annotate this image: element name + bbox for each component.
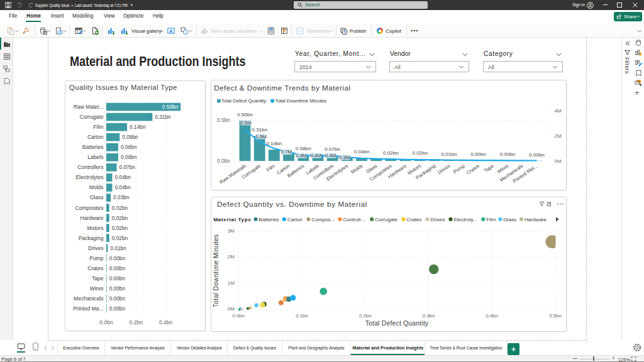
svg-text:Compos...: Compos... <box>311 217 335 222</box>
svg-text:0.7M: 0.7M <box>281 149 292 155</box>
svg-text:Quality Issues by Material Typ: Quality Issues by Material Type <box>69 84 177 91</box>
svg-text:Total Downtime Minutes: Total Downtime Minutes <box>213 234 219 307</box>
svg-text:0.5bn: 0.5bn <box>549 313 562 319</box>
svg-text:Wires: Wires <box>90 285 104 292</box>
svg-text:0.02bn: 0.02bn <box>112 225 128 231</box>
svg-text:0.02bn: 0.02bn <box>112 205 128 211</box>
svg-text:0.01bn: 0.01bn <box>441 151 457 157</box>
svg-text:Batteries: Batteries <box>286 163 305 178</box>
svg-text:Corrugate: Corrugate <box>80 114 104 120</box>
svg-text:0.14bn: 0.14bn <box>130 124 146 130</box>
svg-text:0.07bn: 0.07bn <box>119 164 136 170</box>
svg-text:0.08bn: 0.08bn <box>296 146 311 151</box>
svg-text:0.00bn: 0.00bn <box>500 151 516 157</box>
svg-text:Total Downtime Minutes: Total Downtime Minutes <box>275 98 327 104</box>
svg-text:Batteries: Batteries <box>82 144 104 150</box>
svg-text:0.01bn: 0.01bn <box>110 245 126 251</box>
svg-text:Packaging: Packaging <box>79 235 104 241</box>
svg-text:A: A <box>169 28 173 34</box>
svg-text:Printed Ma...: Printed Ma... <box>73 305 103 312</box>
svg-text:Raw Mater...: Raw Mater... <box>74 104 104 110</box>
svg-text:Motors: Motors <box>87 225 103 231</box>
svg-text:2M: 2M <box>228 254 235 260</box>
svg-text:0M: 0M <box>554 158 562 164</box>
svg-text:0.03bn: 0.03bn <box>113 194 130 200</box>
svg-text:Film: Film <box>486 217 496 222</box>
svg-text:Pump: Pump <box>452 163 466 175</box>
svg-text:DAX: DAX <box>5 82 10 85</box>
svg-text:Electroly...: Electroly... <box>453 217 477 222</box>
svg-text:Composites: Composites <box>75 205 103 211</box>
svg-text:Molds: Molds <box>89 184 104 190</box>
svg-text:Electrolytes: Electrolytes <box>75 174 103 180</box>
svg-text:0.04bn: 0.04bn <box>114 184 131 190</box>
svg-text:Material Type: Material Type <box>213 217 251 222</box>
svg-text:0.4M: 0.4M <box>325 153 336 158</box>
svg-text:Film: Film <box>265 163 276 173</box>
svg-text:0.1bn: 0.1bn <box>296 313 308 319</box>
svg-text:0.02bn: 0.02bn <box>112 215 128 221</box>
svg-text:0.09bn: 0.09bn <box>122 134 138 140</box>
svg-text:0.00bn: 0.00bn <box>109 295 126 302</box>
svg-text:2M: 2M <box>554 133 562 139</box>
svg-text:Crates: Crates <box>465 163 480 175</box>
svg-text:0.08bn: 0.08bn <box>121 154 137 160</box>
svg-text:0.4bn: 0.4bn <box>486 313 498 319</box>
svg-text:1M: 1M <box>228 280 235 286</box>
svg-text:Tape: Tape <box>92 275 104 282</box>
svg-text:Pump: Pump <box>89 255 104 261</box>
svg-text:0.00bn: 0.00bn <box>109 285 126 292</box>
svg-text:0.0bn: 0.0bn <box>217 158 230 164</box>
svg-text:Hardware: Hardware <box>80 215 104 221</box>
svg-text:1.5M: 1.5M <box>255 134 267 140</box>
svg-text:Glass: Glass <box>503 217 516 222</box>
svg-text:0.00bn: 0.00bn <box>109 305 126 312</box>
svg-text:Glass: Glass <box>90 194 104 200</box>
svg-text:4M: 4M <box>554 108 562 114</box>
svg-text:3M: 3M <box>228 228 235 234</box>
svg-text:0.02bn: 0.02bn <box>412 150 428 156</box>
svg-text:Tape: Tape <box>483 163 495 173</box>
svg-text:0.02bn: 0.02bn <box>383 150 399 156</box>
svg-text:Hardware: Hardware <box>525 217 547 222</box>
svg-text:0.4bn: 0.4bn <box>159 319 173 326</box>
svg-text:Drives: Drives <box>436 163 451 175</box>
svg-text:0.00bn: 0.00bn <box>109 255 126 261</box>
svg-text:0.04bn: 0.04bn <box>114 174 131 180</box>
svg-text:0.5bn: 0.5bn <box>217 117 230 123</box>
svg-text:Defect & Downtime Trends by Ma: Defect & Downtime Trends by Material <box>214 84 350 92</box>
svg-text:Corrugate: Corrugate <box>375 217 398 222</box>
svg-text:2.5M: 2.5M <box>240 120 252 126</box>
svg-text:0.0bn: 0.0bn <box>232 313 245 319</box>
svg-text:0.00bn: 0.00bn <box>109 275 126 282</box>
svg-text:0.00bn: 0.00bn <box>470 151 486 157</box>
svg-text:0.2bn: 0.2bn <box>130 319 143 326</box>
svg-text:Controll...: Controll... <box>343 217 365 222</box>
svg-text:Crates: Crates <box>87 265 103 272</box>
svg-text:Controllers: Controllers <box>77 164 103 170</box>
svg-text:Total Defect Quantity: Total Defect Quantity <box>365 320 429 327</box>
svg-text:Mechanicals: Mechanicals <box>74 295 103 302</box>
svg-text:0.3M: 0.3M <box>339 155 350 160</box>
svg-text:0.3bn: 0.3bn <box>423 313 435 319</box>
svg-text:0.31bn: 0.31bn <box>252 127 267 133</box>
svg-text:Labels: Labels <box>87 154 103 160</box>
svg-text:0.31bn: 0.31bn <box>155 114 171 120</box>
svg-text:Molds: Molds <box>350 163 364 175</box>
svg-text:Drives: Drives <box>88 245 103 251</box>
svg-text:0.00bn: 0.00bn <box>109 265 126 272</box>
svg-text:Batteries: Batteries <box>259 217 279 222</box>
svg-text:0M: 0M <box>228 306 235 312</box>
svg-text:0.00bn: 0.00bn <box>529 152 545 158</box>
svg-text:Crates: Crates <box>406 217 421 222</box>
svg-text:Film: Film <box>93 124 103 130</box>
svg-text:0.4M: 0.4M <box>296 153 307 158</box>
svg-text:0.07bn: 0.07bn <box>325 146 340 152</box>
svg-text:0.0bn: 0.0bn <box>99 319 113 326</box>
svg-text:0.50bn: 0.50bn <box>162 104 179 110</box>
svg-text:Defect Quantity vs. Downtime b: Defect Quantity vs. Downtime by Material <box>217 200 367 208</box>
svg-text:Carton: Carton <box>87 134 104 140</box>
svg-text:Carton: Carton <box>287 217 303 222</box>
svg-text:0.04bn: 0.04bn <box>354 149 370 155</box>
svg-text:Total Defect Quantity: Total Defect Quantity <box>221 98 266 104</box>
